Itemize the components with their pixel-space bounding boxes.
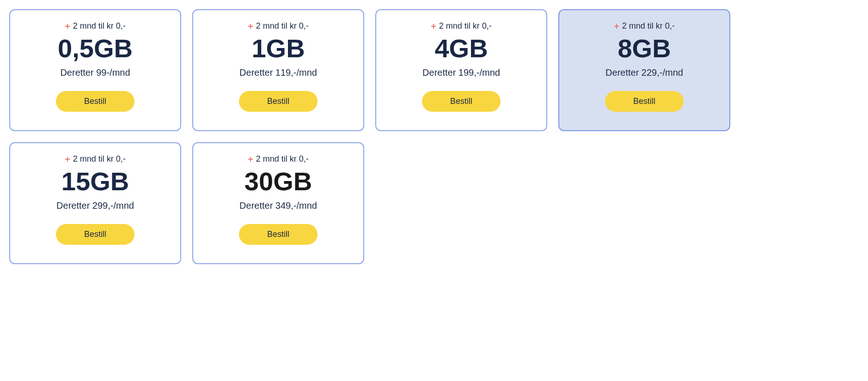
plan-subtitle: Deretter 229,-/mnd [605,67,683,78]
plus-icon: + [65,155,70,164]
promo-line: + 2 mnd til kr 0,- [65,154,126,164]
plan-card-8gb: + 2 mnd til kr 0,- 8GB Deretter 229,-/mn… [558,9,730,131]
plus-icon: + [431,22,436,31]
promo-text: 2 mnd til kr 0,- [73,154,126,164]
order-button[interactable]: Bestill [56,91,134,112]
order-button[interactable]: Bestill [239,224,318,245]
order-button[interactable]: Bestill [56,224,134,245]
plan-subtitle: Deretter 99-/mnd [60,67,130,78]
plan-card-0-5gb: + 2 mnd til kr 0,- 0,5GB Deretter 99-/mn… [9,9,181,131]
order-button[interactable]: Bestill [239,91,318,112]
plan-title: 30GB [245,166,312,197]
order-button[interactable]: Bestill [605,91,684,112]
plan-title: 15GB [61,166,129,197]
plan-card-15gb: + 2 mnd til kr 0,- 15GB Deretter 299,-/m… [9,142,181,264]
plan-title: 0,5GB [58,33,133,64]
plan-subtitle: Deretter 119,-/mnd [239,67,317,78]
plus-icon: + [248,155,253,164]
promo-text: 2 mnd til kr 0,- [256,154,309,164]
plan-subtitle: Deretter 199,-/mnd [422,67,500,78]
plus-icon: + [614,22,619,31]
plan-subtitle: Deretter 349,-/mnd [239,200,317,211]
plan-subtitle: Deretter 299,-/mnd [56,200,134,211]
plus-icon: + [248,22,253,31]
plan-card-1gb: + 2 mnd til kr 0,- 1GB Deretter 119,-/mn… [192,9,364,131]
plans-grid: + 2 mnd til kr 0,- 0,5GB Deretter 99-/mn… [9,9,730,264]
promo-line: + 2 mnd til kr 0,- [614,21,675,31]
order-button[interactable]: Bestill [422,91,501,112]
plan-title: 8GB [617,33,671,64]
promo-line: + 2 mnd til kr 0,- [248,154,309,164]
promo-line: + 2 mnd til kr 0,- [431,21,492,31]
promo-text: 2 mnd til kr 0,- [73,21,126,31]
plan-card-30gb: + 2 mnd til kr 0,- 30GB Deretter 349,-/m… [192,142,364,264]
plan-title: 1GB [251,33,305,64]
promo-text: 2 mnd til kr 0,- [439,21,492,31]
promo-line: + 2 mnd til kr 0,- [248,21,309,31]
plus-icon: + [65,22,70,31]
promo-text: 2 mnd til kr 0,- [256,21,309,31]
plan-card-4gb: + 2 mnd til kr 0,- 4GB Deretter 199,-/mn… [375,9,547,131]
promo-text: 2 mnd til kr 0,- [622,21,675,31]
promo-line: + 2 mnd til kr 0,- [65,21,126,31]
plan-title: 4GB [434,33,488,64]
